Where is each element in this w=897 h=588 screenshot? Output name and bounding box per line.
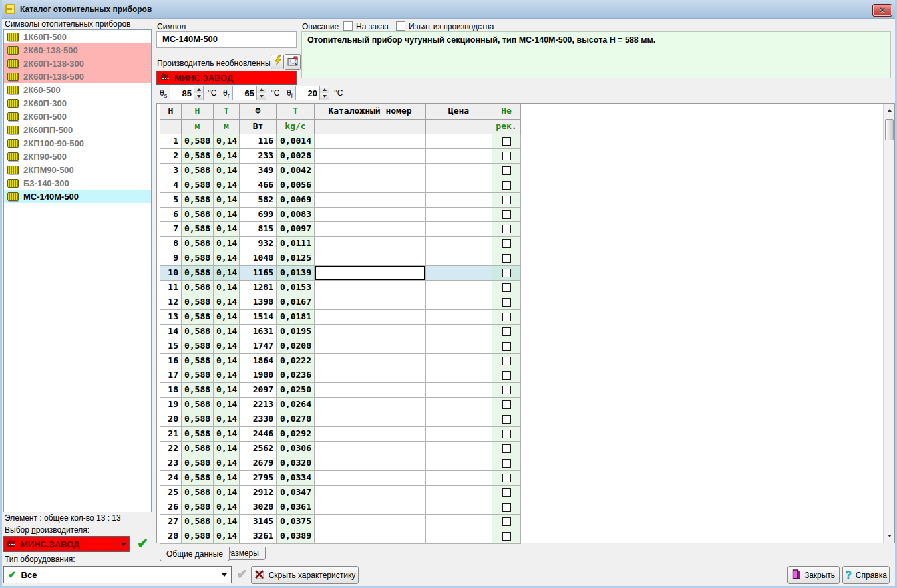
cell-flow[interactable]: 0,0056 bbox=[277, 178, 315, 193]
chevron-down-icon[interactable] bbox=[121, 543, 126, 546]
cell-depth[interactable]: 0,14 bbox=[214, 515, 240, 529]
cell-not-recommended[interactable] bbox=[492, 368, 521, 383]
cell-depth[interactable]: 0,14 bbox=[214, 193, 240, 208]
not-recommended-checkbox[interactable] bbox=[502, 415, 511, 424]
cell-flow[interactable]: 0,0278 bbox=[277, 412, 315, 427]
cell-depth[interactable]: 0,14 bbox=[214, 398, 240, 412]
cell-catalog-number[interactable] bbox=[315, 383, 426, 398]
view-producer-button[interactable] bbox=[285, 54, 301, 70]
not-recommended-checkbox[interactable] bbox=[502, 342, 511, 351]
cell-section-count[interactable]: 9 bbox=[160, 251, 182, 266]
cell-price[interactable] bbox=[426, 251, 492, 266]
cell-price[interactable] bbox=[426, 427, 492, 442]
table-row[interactable]: 210,5880,1424460,0292 bbox=[160, 427, 521, 442]
symbol-list-item[interactable]: 2К60-500 bbox=[4, 83, 151, 96]
table-row[interactable]: 30,5880,143490,0042 bbox=[160, 164, 521, 178]
cell-flow[interactable]: 0,0125 bbox=[277, 251, 315, 266]
not-recommended-checkbox[interactable] bbox=[502, 357, 511, 365]
cell-flow[interactable]: 0,0167 bbox=[277, 295, 315, 310]
table-row[interactable]: 280,5880,1432610,0389 bbox=[160, 529, 521, 544]
cell-depth[interactable]: 0,14 bbox=[214, 383, 240, 398]
cell-power[interactable]: 699 bbox=[240, 208, 277, 222]
cell-catalog-number[interactable] bbox=[315, 295, 426, 310]
spin-up-button[interactable] bbox=[257, 86, 266, 93]
cell-section-count[interactable]: 3 bbox=[160, 164, 182, 178]
cell-depth[interactable]: 0,14 bbox=[214, 442, 240, 456]
cell-height[interactable]: 0,588 bbox=[182, 456, 214, 471]
title-bar[interactable]: Каталог отопительных приборов × bbox=[0, 0, 897, 19]
cell-price[interactable] bbox=[426, 515, 492, 529]
cell-flow[interactable]: 0,0320 bbox=[277, 456, 315, 471]
not-recommended-checkbox[interactable] bbox=[502, 503, 511, 512]
symbol-list-item[interactable]: Б3-140-300 bbox=[4, 176, 151, 190]
cell-height[interactable]: 0,588 bbox=[182, 339, 214, 354]
cell-price[interactable] bbox=[426, 368, 492, 383]
cell-section-count[interactable]: 10 bbox=[160, 266, 182, 281]
table-row[interactable]: 160,5880,1418640,0222 bbox=[160, 354, 521, 368]
symbol-list-item[interactable]: 2К60П-500 bbox=[4, 110, 151, 123]
not-recommended-checkbox[interactable] bbox=[502, 269, 511, 277]
cell-catalog-number[interactable] bbox=[315, 456, 426, 471]
cell-power[interactable]: 1514 bbox=[240, 310, 277, 325]
cell-flow[interactable]: 0,0264 bbox=[277, 398, 315, 412]
spin-up-button[interactable] bbox=[194, 86, 203, 93]
cell-height[interactable]: 0,588 bbox=[182, 529, 214, 544]
cell-section-count[interactable]: 22 bbox=[160, 442, 182, 456]
cell-section-count[interactable]: 21 bbox=[160, 427, 182, 442]
not-recommended-checkbox[interactable] bbox=[502, 517, 511, 526]
theta-supply-value[interactable]: 85 bbox=[170, 86, 194, 100]
symbol-field[interactable]: МС-140М-500 bbox=[156, 31, 297, 48]
cell-depth[interactable]: 0,14 bbox=[214, 266, 240, 281]
cell-power[interactable]: 2795 bbox=[240, 471, 277, 486]
table-row[interactable]: 90,5880,1410480,0125 bbox=[160, 251, 521, 266]
cell-power[interactable]: 233 bbox=[240, 149, 277, 164]
cell-depth[interactable]: 0,14 bbox=[214, 295, 240, 310]
selected-catalog-cell[interactable] bbox=[315, 266, 426, 281]
symbols-listbox[interactable]: 1К60П-5002К60-138-5002К60П-138-3002К60П-… bbox=[3, 29, 152, 512]
cell-flow[interactable]: 0,0153 bbox=[277, 281, 315, 295]
cell-catalog-number[interactable] bbox=[315, 486, 426, 500]
cell-flow[interactable]: 0,0334 bbox=[277, 471, 315, 486]
cell-not-recommended[interactable] bbox=[492, 339, 521, 354]
not-recommended-checkbox[interactable] bbox=[502, 327, 511, 336]
not-recommended-checkbox[interactable] bbox=[502, 210, 511, 219]
cell-depth[interactable]: 0,14 bbox=[214, 339, 240, 354]
cell-height[interactable]: 0,588 bbox=[182, 193, 214, 208]
equipment-type-combobox[interactable]: ✔ Все bbox=[3, 566, 232, 583]
spin-down-button[interactable] bbox=[257, 93, 266, 100]
cell-not-recommended[interactable] bbox=[492, 427, 521, 442]
symbol-list-item[interactable]: 2К60П-138-300 bbox=[4, 57, 151, 70]
cell-catalog-number[interactable] bbox=[315, 149, 426, 164]
cell-depth[interactable]: 0,14 bbox=[214, 208, 240, 222]
cell-catalog-number[interactable] bbox=[315, 134, 426, 149]
cell-catalog-number[interactable] bbox=[315, 325, 426, 339]
symbol-list-item[interactable]: 1К60П-500 bbox=[4, 30, 151, 43]
cell-power[interactable]: 1864 bbox=[240, 354, 277, 368]
symbol-list-item[interactable]: 2КП90-500 bbox=[4, 150, 151, 163]
cell-depth[interactable]: 0,14 bbox=[214, 178, 240, 193]
cell-price[interactable] bbox=[426, 149, 492, 164]
cell-not-recommended[interactable] bbox=[492, 456, 521, 471]
not-recommended-checkbox[interactable] bbox=[502, 444, 511, 453]
cell-price[interactable] bbox=[426, 529, 492, 544]
cell-flow[interactable]: 0,0222 bbox=[277, 354, 315, 368]
cell-price[interactable] bbox=[426, 178, 492, 193]
cell-depth[interactable]: 0,14 bbox=[214, 471, 240, 486]
cell-power[interactable]: 1747 bbox=[240, 339, 277, 354]
not-recommended-checkbox[interactable] bbox=[502, 196, 511, 204]
cell-section-count[interactable]: 28 bbox=[160, 529, 182, 544]
table-row[interactable]: 150,5880,1417470,0208 bbox=[160, 339, 521, 354]
table-row[interactable]: 140,5880,1416310,0195 bbox=[160, 325, 521, 339]
cell-price[interactable] bbox=[426, 237, 492, 251]
cell-not-recommended[interactable] bbox=[492, 354, 521, 368]
cell-not-recommended[interactable] bbox=[492, 310, 521, 325]
cell-flow[interactable]: 0,0250 bbox=[277, 383, 315, 398]
not-recommended-checkbox[interactable] bbox=[502, 254, 511, 263]
cell-depth[interactable]: 0,14 bbox=[214, 529, 240, 544]
cell-flow[interactable]: 0,0042 bbox=[277, 164, 315, 178]
symbol-list-item[interactable]: 2КПМ90-500 bbox=[4, 163, 151, 176]
cell-catalog-number[interactable] bbox=[315, 471, 426, 486]
cell-price[interactable] bbox=[426, 281, 492, 295]
theta-supply-spinner[interactable]: 85 bbox=[170, 86, 204, 100]
theta-return-spinner[interactable]: 65 bbox=[232, 86, 266, 100]
